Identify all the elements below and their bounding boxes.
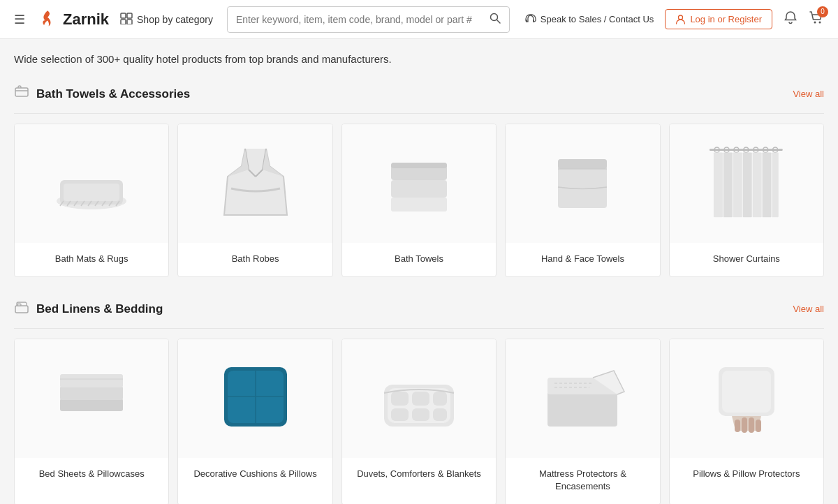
bath-mats-rugs-label: Bath Mats & Rugs: [48, 243, 135, 276]
svg-rect-51: [60, 374, 123, 387]
bed-sheets-image: [15, 339, 168, 458]
bath-section-header: Bath Towels & Accessories View all: [14, 84, 824, 103]
svg-rect-2: [121, 20, 126, 24]
svg-rect-45: [763, 152, 772, 217]
svg-rect-27: [391, 198, 447, 212]
svg-rect-65: [547, 392, 617, 427]
logo[interactable]: Zarnik: [36, 8, 109, 31]
svg-rect-50: [60, 386, 123, 400]
svg-rect-74: [756, 420, 761, 432]
hand-face-towels-label: Hand & Face Towels: [534, 243, 631, 276]
svg-rect-6: [526, 20, 527, 22]
login-label: Log in or Register: [690, 14, 762, 24]
search-bar: [227, 6, 510, 33]
svg-rect-59: [391, 392, 409, 406]
svg-rect-43: [743, 152, 752, 217]
svg-point-9: [814, 21, 816, 23]
bedding-view-all-link[interactable]: View all: [793, 304, 824, 314]
bedding-section-divider: [14, 328, 824, 329]
svg-rect-7: [533, 20, 534, 22]
bath-section-title: Bath Towels & Accessories: [36, 87, 190, 101]
decorative-cushions-image: [178, 339, 332, 458]
cart-icon-wrap[interactable]: 0: [809, 10, 824, 29]
bath-robes-label: Bath Robes: [225, 243, 286, 276]
hand-face-towels-image: [506, 124, 659, 243]
bath-section-title-wrap: Bath Towels & Accessories: [14, 84, 190, 103]
duvets-image: [342, 339, 496, 458]
bath-category-grid: Bath Mats & Rugs: [14, 124, 824, 277]
category-card-duvets[interactable]: Duvets, Comforters & Blankets: [341, 339, 497, 504]
svg-rect-63: [412, 408, 429, 421]
hamburger-menu-icon[interactable]: ☰: [14, 13, 25, 26]
bedding-section-title: Bed Linens & Bedding: [36, 302, 163, 316]
category-card-bath-mats-rugs[interactable]: Bath Mats & Rugs: [14, 124, 169, 277]
bath-section: Bath Towels & Accessories View all: [14, 84, 824, 277]
category-card-bath-towels[interactable]: Bath Towels: [341, 124, 497, 277]
bedding-section-header: Bed Linens & Bedding View all: [14, 299, 824, 318]
category-card-bath-robes[interactable]: Bath Robes: [177, 124, 332, 277]
svg-rect-72: [742, 417, 747, 433]
shower-curtains-image: [670, 124, 823, 243]
svg-rect-73: [749, 417, 754, 433]
bedding-section: Bed Linens & Bedding View all: [14, 299, 824, 504]
svg-rect-70: [722, 371, 771, 413]
bath-mats-image: [15, 124, 168, 243]
svg-rect-41: [723, 152, 733, 217]
svg-rect-46: [772, 152, 779, 217]
header: ☰ Zarnik Shop by category: [0, 0, 838, 39]
svg-rect-71: [735, 420, 740, 432]
mattress-protectors-image: [506, 339, 659, 458]
user-icon: [675, 14, 686, 24]
header-right: Speak to Sales / Contact Us Log in or Re…: [524, 9, 824, 29]
cart-badge: 0: [817, 6, 828, 17]
svg-rect-47: [15, 306, 28, 313]
svg-rect-26: [391, 180, 447, 198]
svg-rect-60: [412, 392, 429, 406]
svg-rect-48: [17, 304, 21, 306]
category-card-mattress-protectors[interactable]: Mattress Protectors & Encasements: [505, 339, 660, 504]
svg-rect-64: [433, 408, 447, 421]
category-card-shower-curtains[interactable]: Shower Curtains: [669, 124, 824, 277]
category-card-bed-sheets-pillowcases[interactable]: Bed Sheets & Pillowcases: [14, 339, 169, 504]
shower-curtains-label: Shower Curtains: [706, 243, 787, 276]
search-button[interactable]: [481, 7, 509, 32]
svg-line-5: [497, 20, 500, 23]
svg-rect-40: [714, 152, 723, 217]
logo-icon: [36, 8, 59, 31]
bath-towels-label: Bath Towels: [388, 243, 450, 276]
logo-text: Zarnik: [63, 10, 109, 29]
shop-by-category-label: Shop by category: [137, 14, 213, 25]
category-card-decorative-cushions[interactable]: Decorative Cushions & Pillows: [177, 339, 332, 504]
svg-rect-0: [121, 13, 126, 18]
bath-robes-image: [178, 124, 332, 243]
duvets-label: Duvets, Comforters & Blankets: [350, 458, 488, 491]
header-left: ☰ Zarnik Shop by category: [14, 8, 213, 31]
category-card-hand-face-towels[interactable]: Hand & Face Towels: [505, 124, 660, 277]
svg-rect-62: [391, 408, 409, 421]
speak-to-sales-button[interactable]: Speak to Sales / Contact Us: [524, 13, 654, 26]
tagline: Wide selection of 300+ quality hotel pro…: [14, 53, 824, 65]
svg-rect-3: [127, 20, 132, 24]
main-content: Wide selection of 300+ quality hotel pro…: [0, 39, 838, 504]
login-button[interactable]: Log in or Register: [665, 9, 772, 29]
svg-rect-30: [558, 159, 607, 169]
category-card-pillows[interactable]: Pillows & Pillow Protectors: [669, 339, 824, 504]
shop-by-category-button[interactable]: Shop by category: [120, 12, 213, 27]
speak-to-sales-label: Speak to Sales / Contact Us: [541, 14, 654, 24]
bath-view-all-link[interactable]: View all: [793, 89, 824, 99]
pillows-image: [670, 339, 823, 458]
search-icon: [490, 13, 501, 24]
bedding-section-icon: [14, 299, 29, 318]
notification-icon[interactable]: [784, 10, 797, 28]
svg-rect-42: [733, 152, 742, 217]
bath-section-icon: [14, 84, 29, 103]
search-input[interactable]: [228, 8, 481, 31]
svg-rect-61: [433, 392, 447, 406]
bath-section-divider: [14, 113, 824, 114]
svg-point-8: [679, 15, 683, 20]
svg-rect-11: [15, 88, 28, 96]
bedding-section-title-wrap: Bed Linens & Bedding: [14, 299, 163, 318]
decorative-cushions-label: Decorative Cushions & Pillows: [186, 458, 323, 491]
svg-rect-1: [127, 13, 132, 18]
bath-towels-image: [342, 124, 496, 243]
